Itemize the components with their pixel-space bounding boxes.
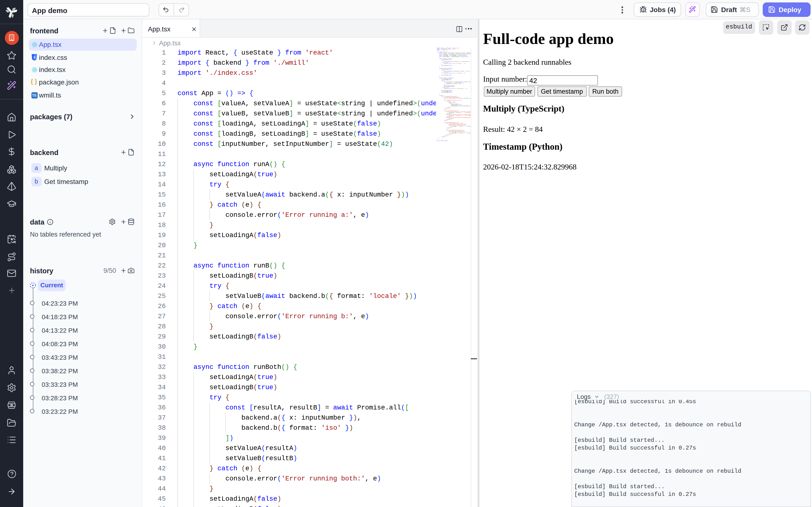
svg-text:3: 3 (33, 56, 35, 59)
